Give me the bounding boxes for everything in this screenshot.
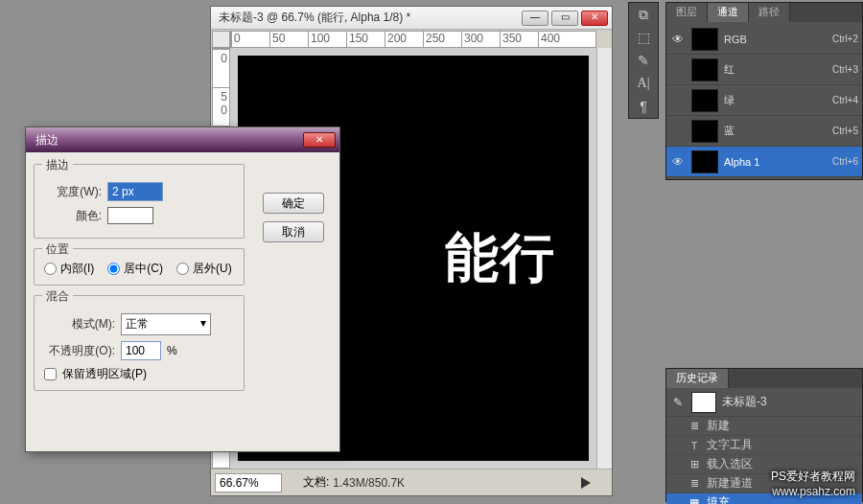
chevron-down-icon: ▾ xyxy=(200,316,206,330)
watermark-line2: www.psahz.com xyxy=(771,485,855,498)
channel-name: 红 xyxy=(724,62,827,77)
scrollbar-vertical[interactable] xyxy=(596,48,612,469)
stroke-group-legend: 描边 xyxy=(42,157,73,173)
history-step-icon: ≣ xyxy=(688,420,701,433)
stroke-dialog: 描边 ✕ 确定 取消 描边 宽度(W): 颜色: 位置 内部(I) 居中(C) … xyxy=(25,126,340,452)
mode-label: 模式(M): xyxy=(44,316,115,332)
channels-panel: 图层 通道 路径 👁RGBCtrl+2红Ctrl+3绿Ctrl+4蓝Ctrl+5… xyxy=(665,2,863,180)
tab-channels[interactable]: 通道 xyxy=(708,3,749,22)
channel-name: RGB xyxy=(724,34,827,45)
position-outside-radio[interactable]: 居外(U) xyxy=(176,261,232,277)
position-group-legend: 位置 xyxy=(42,241,73,258)
color-swatch[interactable] xyxy=(107,207,153,224)
history-step-label: 新建 xyxy=(707,418,730,434)
history-step-label: 文字工具 xyxy=(707,437,753,453)
history-step-label: 填充 xyxy=(707,494,730,504)
document-titlebar[interactable]: 未标题-3 @ 66.7% (能行, Alpha 1/8) * — ▭ ✕ xyxy=(211,7,612,30)
brush-icon[interactable]: ✎ xyxy=(629,49,658,72)
width-input[interactable] xyxy=(107,182,163,201)
ruler-horizontal[interactable]: 050100150200250300350400 xyxy=(230,31,596,48)
character-icon[interactable]: A| xyxy=(629,72,658,95)
tab-layers[interactable]: 图层 xyxy=(666,3,708,22)
channel-row[interactable]: 蓝Ctrl+5 xyxy=(666,116,862,147)
dialog-close-button[interactable]: ✕ xyxy=(303,132,336,148)
channel-row[interactable]: 👁RGBCtrl+2 xyxy=(666,24,862,55)
play-icon[interactable] xyxy=(581,477,596,489)
position-inside-radio[interactable]: 内部(I) xyxy=(44,261,94,277)
channel-name: 蓝 xyxy=(724,124,827,138)
ok-button[interactable]: 确定 xyxy=(263,193,324,214)
channel-thumb xyxy=(691,58,718,81)
channel-name: 绿 xyxy=(724,93,827,107)
visibility-icon[interactable] xyxy=(670,124,686,139)
canvas-text: 能行 xyxy=(445,222,556,295)
history-step-icon: ⊞ xyxy=(688,458,701,471)
history-step-label: 载入选区 xyxy=(707,456,753,472)
history-step-icon: ≣ xyxy=(688,477,701,491)
document-title: 未标题-3 @ 66.7% (能行, Alpha 1/8) * xyxy=(219,10,522,26)
close-button[interactable]: ✕ xyxy=(581,11,608,26)
cancel-button[interactable]: 取消 xyxy=(263,221,324,242)
snapshot-label: 未标题-3 xyxy=(722,394,767,410)
history-step[interactable]: ≣新建 xyxy=(666,417,862,436)
brush-source-icon[interactable]: ✎ xyxy=(670,395,686,410)
tab-history[interactable]: 历史记录 xyxy=(666,369,729,388)
history-step-label: 新建通道 xyxy=(707,475,753,492)
color-label: 颜色: xyxy=(44,208,102,224)
preserve-transparency-checkbox[interactable]: 保留透明区域(P) xyxy=(44,366,234,382)
channel-row[interactable]: 绿Ctrl+4 xyxy=(666,85,862,116)
maximize-button[interactable]: ▭ xyxy=(551,11,578,26)
channel-thumb xyxy=(691,89,718,112)
dialog-titlebar[interactable]: 描边 ✕ xyxy=(26,127,339,152)
right-toolbar: ⧉ ⬚ ✎ A| ¶ xyxy=(628,2,659,119)
opacity-input[interactable] xyxy=(121,341,161,360)
watermark-line1: PS爱好者教程网 xyxy=(771,469,855,485)
channel-thumb xyxy=(691,150,718,173)
channel-row[interactable]: 红Ctrl+3 xyxy=(666,55,862,85)
width-label: 宽度(W): xyxy=(44,184,102,200)
document-statusbar: 66.67% 文档: 1.43M/850.7K xyxy=(211,469,612,495)
histogram-icon[interactable]: ⧉ xyxy=(629,3,658,26)
dialog-title: 描边 xyxy=(30,132,303,149)
visibility-icon[interactable] xyxy=(670,93,686,108)
zoom-field[interactable]: 66.67% xyxy=(215,473,282,493)
swatches-icon[interactable]: ⬚ xyxy=(629,26,658,49)
channel-shortcut: Ctrl+5 xyxy=(832,126,858,136)
paragraph-icon[interactable]: ¶ xyxy=(629,95,658,118)
tab-paths[interactable]: 路径 xyxy=(749,3,790,22)
opacity-unit: % xyxy=(167,344,177,357)
channel-thumb xyxy=(691,28,718,51)
position-center-radio[interactable]: 居中(C) xyxy=(107,261,163,277)
channel-shortcut: Ctrl+3 xyxy=(832,64,858,75)
visibility-icon[interactable]: 👁 xyxy=(670,32,686,47)
history-step-icon: T xyxy=(688,439,701,452)
opacity-label: 不透明度(O): xyxy=(44,343,115,359)
blend-group-legend: 混合 xyxy=(42,288,73,305)
status-doc-label: 文档: xyxy=(303,474,329,491)
channel-shortcut: Ctrl+4 xyxy=(832,95,858,105)
ruler-corner xyxy=(212,31,230,48)
minimize-button[interactable]: — xyxy=(522,11,548,26)
history-step-icon: ▦ xyxy=(688,496,701,505)
visibility-icon[interactable]: 👁 xyxy=(670,154,686,170)
channel-name: Alpha 1 xyxy=(724,156,827,168)
history-snapshot[interactable]: ✎ 未标题-3 xyxy=(666,388,862,417)
channel-shortcut: Ctrl+2 xyxy=(832,34,858,44)
channel-row[interactable]: 👁Alpha 1Ctrl+6 xyxy=(666,147,862,177)
status-doc-size: 1.43M/850.7K xyxy=(333,476,405,490)
mode-combo[interactable]: 正常 ▾ xyxy=(121,313,211,335)
history-step[interactable]: T文字工具 xyxy=(666,436,862,455)
visibility-icon[interactable] xyxy=(670,62,686,78)
channel-shortcut: Ctrl+6 xyxy=(832,156,858,167)
watermark: PS爱好者教程网 www.psahz.com xyxy=(771,469,855,498)
snapshot-thumb xyxy=(691,392,716,413)
channel-thumb xyxy=(691,120,718,143)
